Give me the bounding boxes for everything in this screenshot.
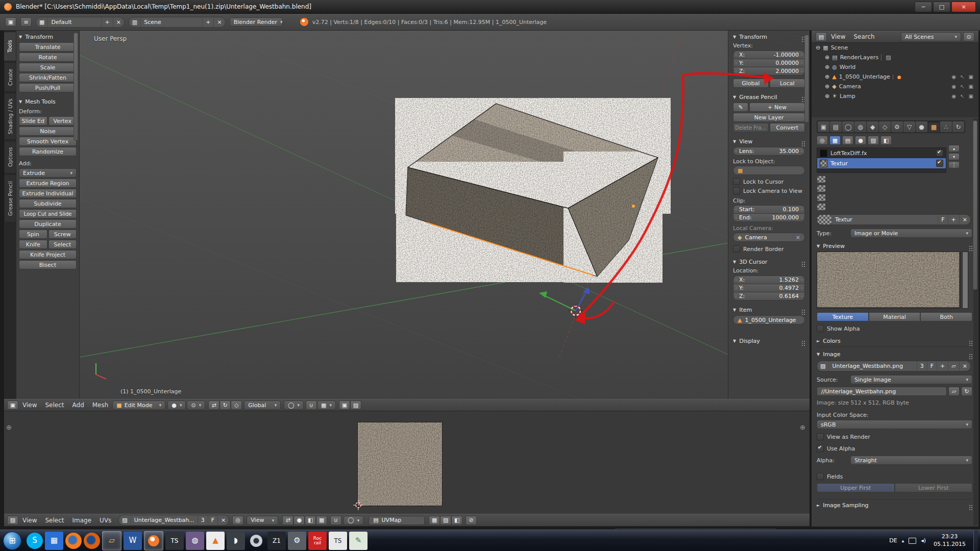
spin-button[interactable]: Spin [19,230,47,239]
local-toggle[interactable]: Local [770,79,805,88]
texture-unlink-icon[interactable]: × [959,215,970,224]
n-panel-scrollbar[interactable] [804,35,809,122]
renderability-icon[interactable]: ▣ [969,84,973,89]
tool-shelf-scrollbar[interactable] [74,33,78,141]
image-unlink-icon[interactable]: × [217,515,229,525]
manipulator-translate-icon[interactable]: ⇄ [208,400,219,410]
loop-cut-button[interactable]: Loop Cut and Slide [19,209,77,218]
fake-user-button[interactable]: F [208,515,217,525]
image-browse-icon[interactable]: ▨ [817,361,828,371]
image-panel-header[interactable]: Image [817,351,972,358]
layout-delete-icon[interactable]: × [113,17,124,27]
manipulator-scale-icon[interactable]: ◇ [231,400,242,410]
menu-collapse-button[interactable]: ≡ [20,17,32,27]
vertex-x-field[interactable]: X:-1.00000 [733,51,805,59]
item-panel-header[interactable]: Item [733,307,805,313]
slot-move-down-icon[interactable]: ▾ [948,153,960,160]
object-tab-icon[interactable]: ◆ [867,121,878,132]
world-tab-icon[interactable]: ◍ [854,121,866,132]
outliner-search-icon[interactable]: ⊙ [963,32,974,41]
texture-name-field[interactable]: Textur [831,215,938,224]
physics-tab-icon[interactable]: ↻ [952,121,964,132]
texture-context-lamp-icon[interactable]: ● [855,136,866,145]
image-unlink-icon[interactable]: × [959,361,970,371]
colorspace-dropdown[interactable]: sRGB [817,420,972,429]
grease-draw-icon-button[interactable]: ✎ [733,103,748,112]
satellite-app-icon[interactable]: ◗ [227,532,245,550]
pin-icon[interactable]: ◎ [232,516,243,525]
show-alpha-checkbox[interactable]: Show Alpha [817,325,972,332]
uv-lock-icon[interactable]: ⊘ [465,516,477,525]
selectability-icon[interactable]: ↖ [960,74,964,80]
uv-proportional-dropdown[interactable]: ◯ [344,516,363,525]
view-as-render-checkbox[interactable]: View as Render [817,433,972,440]
outliner-display-mode-dropdown[interactable]: All Scenes [901,32,961,41]
render-opengl-icon[interactable]: ▣ [339,400,350,410]
tab-create[interactable]: Create [4,62,16,92]
screw-button[interactable]: Screw [48,230,77,239]
3d-cursor-panel-header[interactable]: 3D Cursor [733,259,805,265]
use-alpha-checkbox[interactable]: Use Alpha [817,445,972,452]
texture-browse-icon[interactable] [817,215,831,224]
texture-mini-slot-2[interactable] [817,185,826,192]
language-indicator[interactable]: DE [889,537,897,544]
uv-image-name[interactable]: Unterlage_Westbah... [131,515,198,525]
renderlayer-photo-icon[interactable]: ▨ [881,54,891,61]
layout-add-icon[interactable]: + [101,17,112,27]
clock[interactable]: 23:23 05.11.2015 [930,533,969,548]
fields-checkbox[interactable]: Fields [817,473,972,480]
outliner-editor[interactable]: ▤ View Search All Scenes ⊙ ⊖ ▦ Scene ⊕ ▤… [812,31,978,117]
expander-icon[interactable]: ⊕ [825,83,829,90]
uv-draw-shadow-icon[interactable]: ▨ [440,516,451,525]
vertex-z-field[interactable]: Z:2.00000 [733,67,805,76]
randomize-button[interactable]: Randomize [19,147,77,156]
cursor-x-field[interactable]: X:1.5262 [733,276,805,284]
global-toggle[interactable]: Global [733,79,769,88]
uv-2d-cursor[interactable] [352,499,364,511]
slide-edge-button[interactable]: Slide Ed [19,116,47,126]
menu-select[interactable]: Select [41,399,68,411]
transform-section-header[interactable]: Transform [19,34,77,40]
palette-app-icon[interactable]: ◍ [186,532,204,550]
wheel-app-icon[interactable] [247,532,265,550]
image-reload-icon[interactable]: ↻ [961,387,972,396]
uv-sync-select-icon[interactable]: ⇄ [282,516,293,525]
convert-button[interactable]: Convert [770,123,805,132]
blender-taskbar-icon[interactable] [144,531,163,550]
texture-context-world-icon[interactable]: ▤ [842,136,853,145]
manipulator-rotate-icon[interactable]: ↻ [219,400,231,410]
texture-tab-icon[interactable]: ▦ [928,121,940,132]
cursor-z-field[interactable]: Z:0.6164 [733,292,805,300]
orientation-dropdown[interactable]: Global [244,400,281,410]
render-border-checkbox[interactable]: Render Border [733,245,805,253]
vertex-y-field[interactable]: Y:0.00000 [733,59,805,67]
skype-icon[interactable]: S [27,533,43,549]
editor-type-3d-icon[interactable]: ▣ [7,400,18,410]
snap-element-dropdown[interactable]: ▦ [317,400,336,410]
renderability-icon[interactable]: ▣ [969,74,973,80]
colors-panel-header[interactable]: Colors [817,338,972,347]
image-users-count[interactable]: 3 [917,361,927,371]
vlc-icon[interactable]: ▲ [206,532,225,550]
outliner-row-camera[interactable]: ⊕ ◆ Camera ◉ ↖ ▣ [812,82,978,91]
lock-object-field[interactable]: ■ [733,166,805,175]
tab-grease-pencil[interactable]: Grease Pencil [4,174,16,222]
item-name-field[interactable]: ▲ 1_0500_Unterlage [733,315,805,324]
texture-type-dropdown[interactable]: Image or Movie [850,229,972,238]
noise-button[interactable]: Noise [19,127,77,136]
rocrail-icon[interactable]: Roc rail [308,532,327,550]
rotate-button[interactable]: Rotate [19,53,77,62]
hidden-icons-chevron[interactable]: ▴ [902,538,904,543]
texture-slot-row-selected[interactable]: Textur [817,158,946,168]
browser-icon[interactable] [84,533,100,549]
word-icon[interactable]: W [124,532,142,550]
transform-panel-header[interactable]: Transform [733,34,805,40]
texture-new-icon[interactable]: + [948,215,959,224]
extrude-dropdown[interactable]: Extrude [19,168,77,178]
menu-mesh[interactable]: Mesh [88,399,113,411]
outliner-row-unterlage[interactable]: ⊕ ▲ 1_0500_Unterlage ● ◉ ↖ ▣ [812,72,978,82]
texture-datablock[interactable]: Textur F + × [817,214,971,225]
grease-new-button[interactable]: +New [749,103,805,112]
layout-name[interactable]: Default [47,17,101,27]
gears-app-icon[interactable]: ⚙ [288,532,306,550]
